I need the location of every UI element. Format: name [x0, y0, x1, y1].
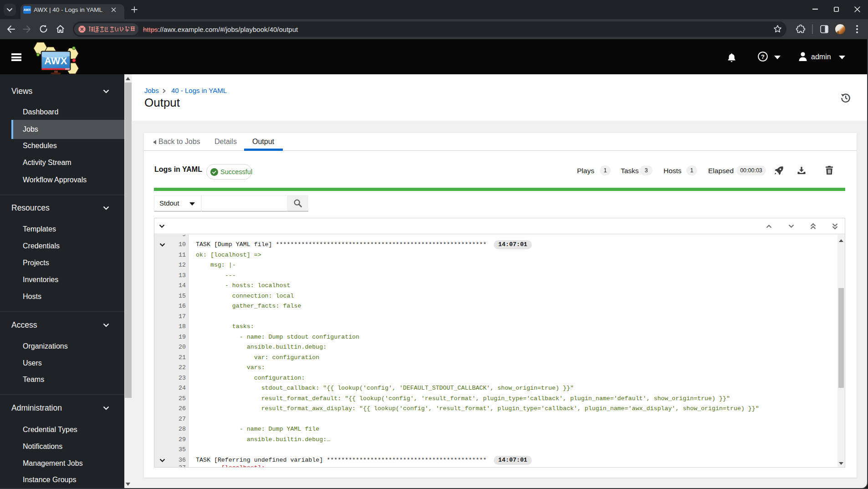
svg-text:AWX: AWX: [44, 56, 67, 67]
svg-text:?: ?: [761, 53, 765, 60]
